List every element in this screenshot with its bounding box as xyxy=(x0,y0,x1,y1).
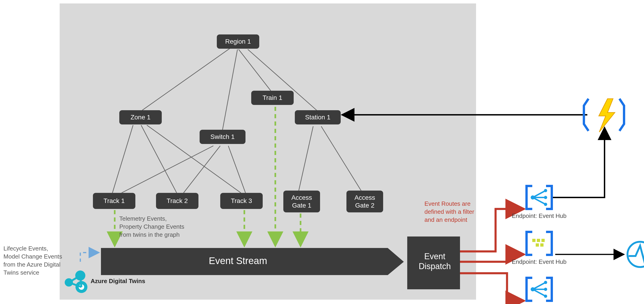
endpoint-event-hub-icon-2 xyxy=(526,231,553,256)
endpoint-event-hub-2-label: Endpoint: Event Hub xyxy=(510,258,568,265)
svg-point-25 xyxy=(544,203,547,206)
svg-point-24 xyxy=(544,196,547,199)
svg-line-21 xyxy=(533,197,546,204)
telemetry-note: Telemetry Events, Property Change Events… xyxy=(119,215,184,239)
svg-rect-27 xyxy=(537,239,540,242)
event-dispatch-label: Event Dispatch xyxy=(418,251,452,271)
endpoint-event-grid-icon xyxy=(526,277,553,302)
svg-rect-30 xyxy=(540,243,544,247)
svg-point-23 xyxy=(544,189,547,192)
node-access-gate-1: Access Gate 1 xyxy=(283,191,320,212)
svg-rect-28 xyxy=(542,239,545,242)
node-track-1: Track 1 xyxy=(93,193,135,209)
node-train-1: Train 1 xyxy=(251,91,294,105)
node-zone-1: Zone 1 xyxy=(119,110,162,124)
node-station-1: Station 1 xyxy=(295,110,341,124)
node-track-3: Track 3 xyxy=(220,193,263,209)
node-switch-1: Switch 1 xyxy=(200,130,246,144)
svg-line-44 xyxy=(80,275,82,287)
svg-point-37 xyxy=(544,294,547,298)
svg-point-34 xyxy=(531,287,535,291)
adt-label: Azure Digital Twins xyxy=(90,277,145,285)
endpoint-event-hub-icon-1 xyxy=(526,185,553,210)
svg-point-35 xyxy=(544,281,547,284)
endpoint-event-grid-label: Endpoint: Event Grid xyxy=(510,303,568,304)
route-note: Event Routes are defined with a filter a… xyxy=(424,200,474,224)
azure-functions-icon xyxy=(584,99,624,132)
svg-line-31 xyxy=(533,282,546,289)
node-access-gate-2: Access Gate 2 xyxy=(346,191,383,212)
event-stream-label: Event Stream xyxy=(209,255,267,266)
endpoint-event-hub-1-label: Endpoint: Event Hub xyxy=(510,212,568,219)
svg-rect-29 xyxy=(536,243,539,247)
svg-point-22 xyxy=(531,195,535,199)
lifecycle-note: Lifecycle Events, Model Change Events fr… xyxy=(4,244,62,277)
svg-marker-17 xyxy=(599,99,615,132)
tsi-icon xyxy=(628,242,644,267)
svg-rect-26 xyxy=(532,239,536,242)
node-track-2: Track 2 xyxy=(156,193,198,209)
svg-line-19 xyxy=(533,191,546,197)
svg-line-33 xyxy=(533,289,546,296)
svg-point-36 xyxy=(544,288,547,291)
node-region-1: Region 1 xyxy=(217,35,259,49)
